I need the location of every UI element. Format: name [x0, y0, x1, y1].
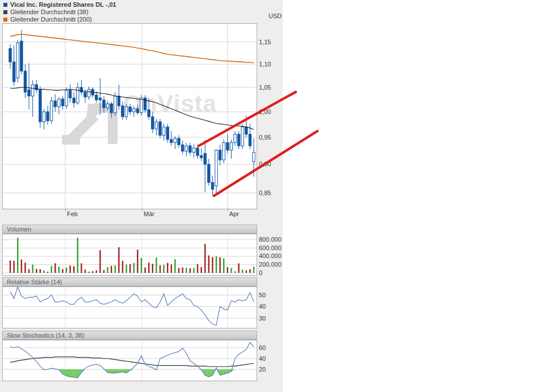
month-axis-label: Apr: [229, 210, 239, 217]
stochastics-panel-header: Slow Stochastics (14, 3, 38): [2, 331, 257, 340]
rsi-axis-label: 50: [259, 292, 266, 298]
legend-swatch: [3, 3, 7, 7]
volume-chart[interactable]: [2, 234, 257, 276]
rsi-axis-label: 40: [259, 303, 266, 310]
volume-axis-label: 800.000: [259, 236, 282, 243]
legend-swatch: [3, 18, 7, 22]
stochastics-axis-label: 20: [259, 366, 266, 373]
price-axis-label: 1,00: [259, 108, 271, 115]
volume-axis-label: 0: [259, 269, 262, 276]
legend-item: Gleitender Durchschnitt (38): [3, 9, 116, 15]
charting-application: Vical Inc. Registered Shares DL -,01Glei…: [0, 0, 545, 392]
volume-axis-label: 600.000: [259, 245, 282, 251]
price-axis-label: 1,05: [259, 84, 271, 91]
rsi-chart[interactable]: [2, 286, 257, 328]
price-axis-label: 0,90: [259, 161, 271, 167]
rsi-axis-label: 30: [259, 315, 266, 322]
main-price-chart[interactable]: OnVista: [2, 23, 257, 209]
month-axis-tick: [142, 209, 142, 211]
price-axis-label: 1,15: [259, 39, 271, 45]
month-axis-label: Mär: [144, 210, 154, 217]
stochastics-axis-label: 40: [259, 355, 266, 362]
price-axis-unit: USD: [269, 12, 282, 19]
legend-label: Gleitender Durchschnitt (38): [10, 9, 89, 15]
price-axis-label: 0,85: [259, 189, 271, 196]
month-axis-tick: [228, 209, 228, 211]
legend-label: Gleitender Durchschnitt (200): [10, 16, 92, 23]
price-axis-label: 1,10: [259, 61, 271, 68]
oversold-fill: [10, 369, 254, 378]
volume-panel-header: Volumen: [2, 225, 257, 234]
legend-label: Vical Inc. Registered Shares DL -,01: [10, 1, 116, 8]
chart-legend: Vical Inc. Registered Shares DL -,01Glei…: [3, 1, 116, 23]
legend-item: Vical Inc. Registered Shares DL -,01: [3, 1, 116, 8]
rsi-panel-header: Relative Stärke (14): [2, 277, 257, 286]
legend-swatch: [3, 10, 7, 14]
price-axis-label: 0,95: [259, 134, 271, 141]
volume-axis-label: 400.000: [259, 252, 282, 259]
stochastics-chart[interactable]: [2, 340, 257, 381]
month-axis-tick: [65, 209, 66, 211]
legend-item: Gleitender Durchschnitt (200): [3, 16, 116, 23]
month-axis-label: Feb: [67, 210, 78, 217]
volume-axis-label: 200.000: [259, 261, 282, 268]
stochastics-axis-label: 60: [259, 344, 266, 351]
